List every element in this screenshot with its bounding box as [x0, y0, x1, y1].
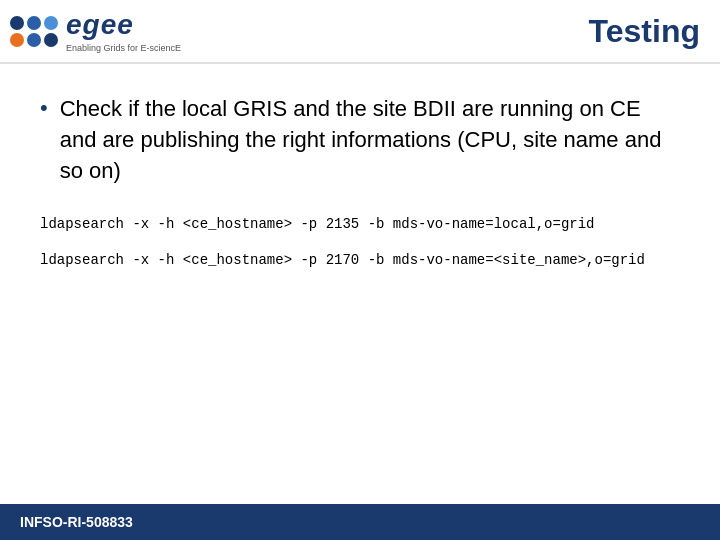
code-block-1: ldapsearch -x -h <ce_hostname> -p 2135 -…: [40, 216, 680, 232]
code-block-2: ldapsearch -x -h <ce_hostname> -p 2170 -…: [40, 252, 680, 268]
circle-6: [44, 33, 58, 47]
circle-2: [27, 16, 41, 30]
circle-3: [44, 16, 58, 30]
circle-1: [10, 16, 24, 30]
header: egee Enabling Grids for E-sciencE Testin…: [0, 0, 720, 64]
bullet-section: • Check if the local GRIS and the site B…: [40, 94, 680, 186]
footer-text: INFSO-RI-508833: [20, 514, 133, 530]
logo-area: egee Enabling Grids for E-sciencE: [10, 9, 181, 53]
egee-wordmark: egee: [66, 9, 181, 41]
bullet-text: Check if the local GRIS and the site BDI…: [60, 94, 680, 186]
egee-logo: egee Enabling Grids for E-sciencE: [10, 9, 181, 53]
main-content: • Check if the local GRIS and the site B…: [0, 64, 720, 308]
page-title: Testing: [589, 13, 700, 50]
logo-circles: [10, 16, 58, 47]
bullet-icon: •: [40, 94, 48, 123]
circle-5: [27, 33, 41, 47]
footer: INFSO-RI-508833: [0, 504, 720, 540]
circle-4: [10, 33, 24, 47]
egee-tagline: Enabling Grids for E-sciencE: [66, 43, 181, 53]
